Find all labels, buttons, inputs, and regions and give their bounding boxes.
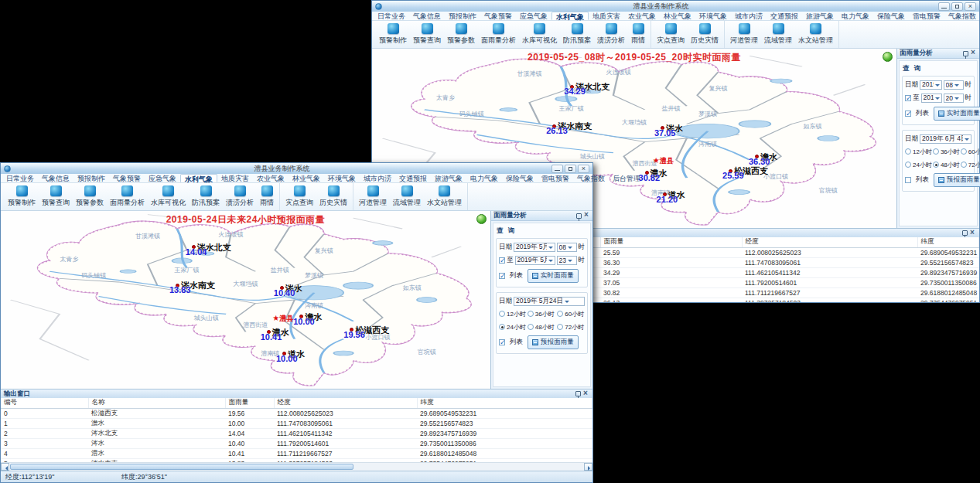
radio-36h[interactable]: 36小时 [528,310,557,318]
from-date-select[interactable]: 2019年 5月25日 [514,243,555,252]
ribbon-tab[interactable]: 交通预报 [395,174,431,182]
radio-60h[interactable]: 60小时 [961,148,980,156]
from-hour-select[interactable]: 08 [944,80,964,90]
radio-12h[interactable]: 12小时 [499,310,527,318]
column-header[interactable]: 面雨量 [225,398,274,408]
toolbar-item[interactable]: 预警参数 [444,22,478,47]
ribbon-tab[interactable]: 地质灾害 [589,12,624,20]
forecast-rain-button[interactable]: 预报面雨量 [528,335,579,349]
maximize-button[interactable] [565,165,576,173]
radio-36h[interactable]: 36小时 [933,148,960,156]
pin-icon[interactable] [963,51,968,56]
toolbar-item[interactable]: 水库可视化 [148,184,189,209]
radio-60h[interactable]: 60小时 [557,310,585,318]
column-header[interactable]: 名称 [88,398,225,408]
toolbar-item[interactable]: 水文站管理 [424,184,465,209]
toolbar-item[interactable]: 水库可视化 [519,22,560,47]
from-hour-select[interactable]: 08 [557,243,577,252]
ribbon-tab[interactable]: 交通预报 [767,12,802,20]
toolbar-item[interactable]: 防汛预案 [560,22,594,47]
pin-icon[interactable] [575,391,581,396]
ribbon-tab[interactable]: 旅游气象 [431,174,466,182]
toolbar-item[interactable]: 流域管理 [390,184,424,209]
minimize-button[interactable] [938,2,950,11]
horizontal-scrollbar[interactable] [1,462,592,471]
panel-close-icon[interactable] [584,213,590,219]
ribbon-tab[interactable]: 预报制作 [73,174,109,182]
toolbar-item[interactable]: 流域管理 [761,22,795,47]
forecast-date-select[interactable]: 2019年 6月 4日 [920,134,971,144]
toolbar-item[interactable]: 预警制作 [5,184,39,209]
ribbon-tab[interactable]: 雷电预警 [909,12,944,20]
panel-close-icon[interactable] [583,391,589,397]
titlebar[interactable]: 澧县业务制作系统 [372,1,979,12]
toolbar-item[interactable]: 预警查询 [410,22,444,47]
table-row[interactable]: 3涔水10.40 111.7920051460129.7350011350086 [1,438,592,448]
column-header[interactable]: 纬度 [917,237,979,247]
radio-72h[interactable]: 72小时 [557,323,585,332]
pin-icon[interactable] [962,230,968,236]
to-hour-select[interactable]: 23 [557,256,577,265]
ribbon-tab[interactable]: 旅游气象 [802,12,838,20]
toolbar-item[interactable]: 河道管理 [356,184,390,209]
ribbon-tab[interactable]: 气象预警 [109,174,145,182]
list-checkbox[interactable] [905,111,911,117]
radio-24h[interactable]: 24小时 [499,323,527,332]
ribbon-tab[interactable]: 应急气象 [145,174,180,182]
toolbar-item[interactable]: 面雨量分析 [107,184,148,209]
scroll-right-arrow[interactable] [584,463,592,471]
radio-24h[interactable]: 24小时 [905,161,932,169]
globe-button[interactable] [476,214,487,224]
maximize-button[interactable] [951,2,963,11]
table-row[interactable]: 4澧水10.41 111.71121966752729.618801248504… [1,448,592,458]
toolbar-item[interactable]: 面雨量分析 [478,22,519,47]
toolbar-item[interactable]: 历史灾情 [688,22,722,47]
table-row[interactable]: 1澹水10.00 111.74708309506129.552156574823 [1,418,592,428]
table-row[interactable]: 0松滋西支19.56 112.00802562502329.6890549532… [1,408,592,418]
to-hour-select[interactable]: 20 [944,94,964,103]
from-date-select[interactable]: 2019年 5月25日 [920,80,942,90]
column-header[interactable]: 面雨量 [600,237,742,247]
ribbon-tab[interactable]: 林业气象 [289,174,324,182]
forecast-date-select[interactable]: 2019年 5月24日 [514,297,585,306]
realtime-rain-button[interactable]: 实时面雨量 [528,269,579,283]
radio-48h[interactable]: 48小时 [528,323,557,332]
ribbon-tab[interactable]: 日常业务 [374,12,409,20]
toolbar-item[interactable]: 渍涝分析 [223,184,257,209]
toolbar-item[interactable]: 灾点查询 [654,22,688,47]
ribbon-tab[interactable]: 气象指数 [944,12,980,20]
toolbar-item[interactable]: 水文站管理 [795,22,836,47]
ribbon-tab[interactable]: 电力气象 [838,12,873,20]
toolbar-item[interactable]: 雨情 [628,22,648,47]
column-header[interactable]: 经度 [274,398,417,408]
ribbon-tab[interactable]: 后台管理 [609,174,644,182]
toolbar-item[interactable]: 雨情 [257,184,277,209]
panel-close-icon[interactable] [971,50,977,56]
minimize-button[interactable] [551,165,563,173]
forecast-rain-button[interactable]: 预报面雨量 [934,173,980,187]
ribbon-tab[interactable]: 城市内涝 [360,174,395,182]
ribbon-tab[interactable]: 应急气象 [516,12,551,20]
pin-icon[interactable] [576,213,582,219]
ribbon-tab[interactable]: 城市内涝 [731,12,767,20]
toolbar-item[interactable]: 防汛预案 [189,184,223,209]
radio-72h[interactable]: 72小时 [961,161,980,169]
ribbon-tab[interactable]: 保险气象 [873,12,909,20]
panel-close-icon[interactable] [970,230,976,236]
close-button[interactable] [578,165,589,173]
column-header[interactable]: 经度 [742,237,917,247]
ribbon-tab[interactable]: 地质灾害 [217,174,253,182]
toolbar-item[interactable]: 河道管理 [727,22,761,47]
ribbon-tab[interactable]: 水利气象 [180,174,217,182]
list-checkbox[interactable] [905,177,911,183]
toolbar-item[interactable]: 灾点查询 [282,184,316,209]
ribbon-tab[interactable]: 保险气象 [502,174,538,182]
ribbon-tab[interactable]: 预报制作 [445,12,480,20]
column-header[interactable]: 编号 [1,398,88,408]
radio-48h[interactable]: 48小时 [933,161,960,169]
to-checkbox[interactable] [905,95,911,101]
list-checkbox[interactable] [499,339,505,345]
table-row[interactable]: 2涔水北支14.04 111.46210541134229.8923475716… [1,428,592,438]
titlebar[interactable]: 澧县业务制作系统 [1,163,592,174]
ribbon-tab[interactable]: 雷电预警 [538,174,573,182]
